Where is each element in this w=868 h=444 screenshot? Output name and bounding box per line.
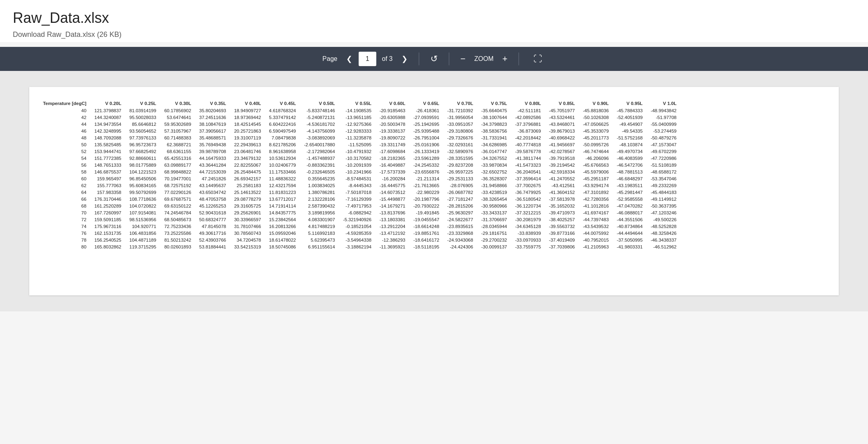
col-header-2: V 0.25L xyxy=(125,100,160,107)
cell-2-15: -47.0506625 xyxy=(579,121,613,127)
next-page-button[interactable]: ❯ xyxy=(398,53,411,65)
cell-18-10: -19.8851761 xyxy=(409,230,443,236)
cell-12-2: 99.50792699 xyxy=(125,189,160,196)
cell-9-5: 26.25484475 xyxy=(230,168,265,175)
zoom-out-button[interactable]: − xyxy=(457,52,469,66)
cell-1-8: -13.9651185 xyxy=(339,114,375,121)
cell-14-6: 14.71914114 xyxy=(265,202,300,209)
col-header-7: V 0.50L xyxy=(300,100,339,107)
cell-12-0: 64 xyxy=(39,189,90,196)
cell-17-14: -39.5563732 xyxy=(545,223,579,230)
cell-9-4: 44.72153039 xyxy=(195,168,230,175)
cell-16-11: -24.5822677 xyxy=(443,216,477,223)
cell-1-11: -31.9956054 xyxy=(443,114,477,121)
cell-10-10: -21.211314 xyxy=(409,175,443,182)
table-row: 50135.582548596.9572367362.368872135.769… xyxy=(39,141,680,148)
table-row: 72159.509118598.5153695668.5048567350.68… xyxy=(39,216,680,223)
cell-18-17: -48.3258426 xyxy=(647,230,681,236)
cell-8-14: -39.2194542 xyxy=(545,161,579,168)
page-label: Page xyxy=(323,55,337,63)
cell-9-13: -36.2040541 xyxy=(511,168,545,175)
table-row: 76162.1531735106.483185673.2522558649.30… xyxy=(39,230,680,236)
cell-11-2: 95.60834165 xyxy=(125,182,160,189)
cell-11-3: 68.72575192 xyxy=(160,182,195,189)
download-link[interactable]: Download Raw_Data.xlsx (26 KB) xyxy=(13,30,121,38)
cell-11-14: -43.412561 xyxy=(545,182,579,189)
cell-4-5: 19.31007119 xyxy=(230,134,265,141)
cell-16-15: -44.7397483 xyxy=(579,216,613,223)
cell-8-6: 10.02406779 xyxy=(265,161,300,168)
file-size: (26 KB) xyxy=(97,30,121,38)
cell-2-2: 85.6646812 xyxy=(125,121,160,127)
cell-13-13: -36.5180542 xyxy=(511,196,545,202)
cell-7-1: 151.7772385 xyxy=(91,155,125,161)
cell-16-14: -38.4025257 xyxy=(545,216,579,223)
cell-15-3: 74.24546784 xyxy=(160,209,195,216)
cell-0-8: -14.1908535 xyxy=(339,107,375,114)
cell-1-12: -38.1007644 xyxy=(477,114,511,121)
cell-20-10: -18.5118195 xyxy=(409,243,443,250)
cell-19-2: 104.4871189 xyxy=(125,236,160,243)
table-row: 70167.7260997107.915408174.2454678452.90… xyxy=(39,209,680,216)
cell-19-3: 81.50213242 xyxy=(160,236,195,243)
cell-9-14: -42.5918334 xyxy=(545,168,579,175)
cell-5-11: -32.0293161 xyxy=(443,141,477,148)
cell-8-8: -10.2091939 xyxy=(339,161,375,168)
cell-20-11: -24.424306 xyxy=(443,243,477,250)
cell-19-16: -37.5050995 xyxy=(613,236,647,243)
cell-10-8: -8.57484531 xyxy=(339,175,375,182)
cell-3-7: -4.143756099 xyxy=(300,127,339,134)
cell-14-3: 69.63150122 xyxy=(160,202,195,209)
cell-16-10: -19.0455547 xyxy=(409,216,443,223)
cell-10-5: 26.69342157 xyxy=(230,175,265,182)
prev-page-button[interactable]: ❮ xyxy=(343,53,355,65)
cell-16-13: -30.2081979 xyxy=(511,216,545,223)
zoom-in-button[interactable]: + xyxy=(499,52,511,66)
cell-3-0: 46 xyxy=(39,127,90,134)
cell-8-17: -51.5108189 xyxy=(647,161,681,168)
cell-12-6: 11.81831223 xyxy=(265,189,300,196)
cell-10-9: -16.200284 xyxy=(375,175,410,182)
cell-13-11: -27.7181247 xyxy=(443,196,477,202)
cell-0-7: -5.833748146 xyxy=(300,107,339,114)
cell-2-0: 44 xyxy=(39,121,90,127)
fullscreen-button[interactable]: ⛶ xyxy=(530,52,545,66)
cell-5-14: -41.9456697 xyxy=(545,141,579,148)
cell-8-9: -16.4049887 xyxy=(375,161,410,168)
cell-3-12: -38.5836756 xyxy=(477,127,511,134)
table-row: 62155.77706395.6083416568.7257519243.144… xyxy=(39,182,680,189)
page-input[interactable] xyxy=(359,52,376,66)
col-header-3: V 0.30L xyxy=(160,100,195,107)
cell-3-6: 6.590497549 xyxy=(265,127,300,134)
table-row: 64157.98335899.5079269977.0229012643.650… xyxy=(39,189,680,196)
cell-7-17: -47.7220986 xyxy=(647,155,681,161)
cell-14-13: -36.1220734 xyxy=(511,202,545,209)
cell-18-2: 106.4831856 xyxy=(125,230,160,236)
cell-14-4: 45.12265253 xyxy=(195,202,230,209)
cell-5-2: 96.95723673 xyxy=(125,141,160,148)
cell-0-0: 40 xyxy=(39,107,90,114)
cell-20-1: 165.8032862 xyxy=(91,243,125,250)
cell-20-13: -33.7559775 xyxy=(511,243,545,250)
cell-7-13: -41.3811744 xyxy=(511,155,545,161)
cell-0-9: -20.9185463 xyxy=(375,107,410,114)
refresh-button[interactable]: ↺ xyxy=(427,52,441,66)
cell-3-5: 20.25721863 xyxy=(230,127,265,134)
cell-4-6: 7.08479838 xyxy=(265,134,300,141)
cell-18-7: 5.116992183 xyxy=(300,230,339,236)
cell-8-1: 148.7651333 xyxy=(91,161,125,168)
cell-14-8: -7.49717953 xyxy=(339,202,375,209)
cell-4-10: -26.7951004 xyxy=(409,134,443,141)
cell-3-4: 37.39056617 xyxy=(195,127,230,134)
cell-6-12: -36.0147747 xyxy=(477,148,511,155)
cell-6-9: -17.6098684 xyxy=(375,148,410,155)
cell-2-9: -20.5003478 xyxy=(375,121,410,127)
cell-13-5: 29.08778279 xyxy=(230,196,265,202)
col-header-8: V 0.55L xyxy=(339,100,375,107)
cell-15-0: 70 xyxy=(39,209,90,216)
cell-6-14: -42.0278567 xyxy=(545,148,579,155)
cell-16-8: -5.321940926 xyxy=(339,216,375,223)
cell-15-6: 14.84357775 xyxy=(265,209,300,216)
cell-6-10: -26.1333419 xyxy=(409,148,443,155)
cell-0-5: 18.94909727 xyxy=(230,107,265,114)
